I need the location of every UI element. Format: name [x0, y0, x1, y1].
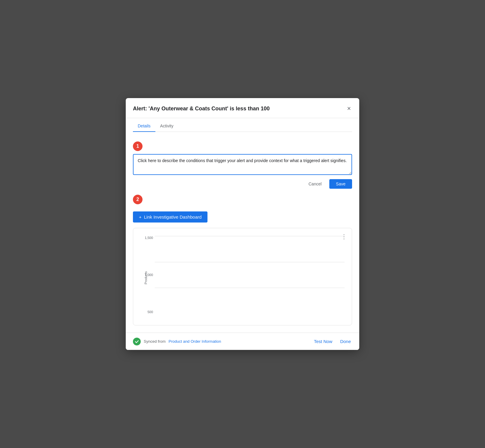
alert-modal: Alert: 'Any Outerwear & Coats Count' is …	[126, 98, 359, 350]
footer-actions: Test Now Done	[313, 337, 352, 346]
save-button[interactable]: Save	[329, 179, 352, 189]
sync-text: Synced from	[144, 339, 166, 344]
modal-header: Alert: 'Any Outerwear & Coats Count' is …	[126, 98, 359, 118]
done-button[interactable]: Done	[339, 337, 352, 346]
description-actions: Cancel Save	[133, 179, 352, 189]
sync-check-icon	[133, 338, 141, 345]
description-textarea[interactable]	[133, 154, 352, 175]
step2-badge: 2	[133, 195, 143, 204]
close-button[interactable]: ×	[346, 104, 352, 113]
y-ticks: 1,500 1,000 500	[144, 236, 153, 314]
link-dashboard-button[interactable]: + Link Investigative Dashboard	[133, 211, 207, 223]
bars-area	[155, 236, 345, 314]
test-now-button[interactable]: Test Now	[313, 337, 334, 346]
tab-activity[interactable]: Activity	[155, 121, 178, 132]
plus-icon: +	[139, 214, 142, 220]
chart-container: ⋮ Products 1,500 1,000 500	[133, 228, 352, 325]
tabs-container: Details Activity	[133, 118, 352, 132]
chart-area: Products 1,500 1,000 500	[138, 233, 347, 323]
cancel-button[interactable]: Cancel	[304, 179, 326, 189]
step1-badge: 1	[133, 141, 143, 151]
modal-footer: Synced from Product and Order Informatio…	[126, 333, 359, 350]
sync-info: Synced from Product and Order Informatio…	[133, 338, 221, 345]
link-dashboard-label: Link Investigative Dashboard	[144, 214, 202, 220]
y-tick-500: 500	[148, 310, 153, 314]
sync-link[interactable]: Product and Order Information	[169, 339, 221, 344]
grid-area	[155, 236, 345, 314]
modal-title: Alert: 'Any Outerwear & Coats Count' is …	[133, 106, 270, 112]
tab-details[interactable]: Details	[133, 121, 155, 132]
y-tick-1500: 1,500	[145, 236, 153, 240]
y-tick-1000: 1,000	[145, 273, 153, 277]
modal-body: Details Activity 1 Cancel Save 2 + Link …	[126, 118, 359, 333]
